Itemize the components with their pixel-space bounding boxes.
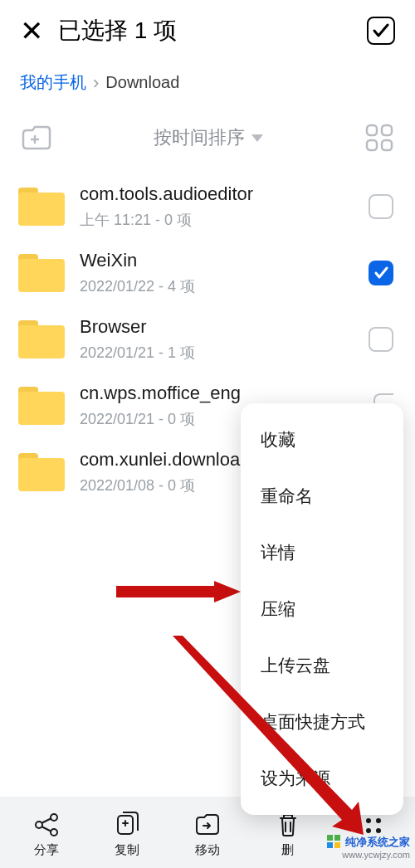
folder-meta: 2022/01/22 - 4 项 (80, 276, 354, 296)
svg-rect-18 (327, 842, 333, 848)
folder-icon (18, 387, 65, 425)
folder-name: Browser (80, 316, 354, 338)
svg-point-8 (51, 829, 57, 836)
folder-name: cn.wps.moffice_eng (80, 383, 359, 404)
copy-button[interactable]: 复制 (87, 811, 168, 858)
breadcrumb: 我的手机 › Download (0, 61, 415, 109)
list-item[interactable]: Browser2022/01/21 - 1 项 (13, 306, 398, 373)
folder-name: com.tools.audioeditor (80, 183, 354, 205)
item-checkbox[interactable] (369, 327, 393, 352)
svg-rect-0 (367, 125, 377, 135)
list-item-text: WeiXin2022/01/22 - 4 项 (80, 250, 354, 296)
list-item-text: com.tools.audioeditor上午 11:21 - 0 项 (80, 183, 354, 230)
svg-point-12 (376, 818, 381, 823)
windows-icon (327, 835, 340, 848)
sort-label: 按时间排序 (154, 125, 245, 150)
checkmark-icon (371, 21, 391, 41)
delete-label: 删 (281, 842, 294, 858)
context-menu-item[interactable]: 重命名 (241, 468, 403, 524)
folder-icon (18, 188, 65, 226)
view-toggle-button[interactable] (364, 122, 395, 154)
folder-plus-icon (20, 124, 53, 152)
list-item[interactable]: com.tools.audioeditor上午 11:21 - 0 项 (13, 173, 398, 240)
svg-marker-5 (173, 636, 364, 835)
svg-point-15 (376, 828, 381, 833)
move-label: 移动 (195, 842, 220, 858)
svg-point-11 (366, 818, 371, 823)
context-menu-item[interactable]: 收藏 (241, 412, 403, 468)
svg-rect-19 (334, 842, 340, 848)
breadcrumb-root[interactable]: 我的手机 (20, 71, 86, 94)
annotation-arrow (116, 581, 241, 602)
svg-marker-4 (116, 581, 241, 602)
grid-icon (364, 122, 395, 154)
svg-rect-17 (334, 835, 340, 841)
new-folder-button[interactable] (20, 124, 53, 152)
share-label: 分享 (34, 842, 59, 858)
annotation-arrow (173, 636, 364, 835)
list-item[interactable]: WeiXin2022/01/22 - 4 项 (13, 240, 398, 306)
folder-name: WeiXin (80, 250, 354, 271)
svg-point-7 (51, 814, 57, 821)
select-all-button[interactable] (367, 17, 395, 45)
context-menu-item[interactable]: 详情 (241, 524, 403, 581)
folder-meta: 上午 11:21 - 0 项 (80, 210, 354, 230)
folder-icon (18, 320, 65, 358)
chevron-down-icon (251, 134, 263, 142)
share-icon (32, 811, 61, 839)
breadcrumb-current: Download (105, 73, 179, 92)
svg-point-14 (366, 828, 371, 833)
share-button[interactable]: 分享 (7, 811, 87, 858)
folder-meta: 2022/01/21 - 1 项 (80, 343, 354, 363)
selection-header: ✕ 已选择 1 项 (0, 0, 415, 61)
folder-icon (18, 254, 65, 292)
svg-rect-16 (327, 835, 333, 841)
svg-rect-2 (367, 140, 377, 150)
chevron-right-icon: › (93, 72, 99, 94)
copy-label: 复制 (115, 842, 139, 858)
item-checkbox[interactable] (369, 194, 393, 219)
watermark: 纯净系统之家 www.ycwjzy.com (327, 835, 410, 860)
list-toolbar: 按时间排序 (0, 109, 415, 173)
context-menu-item[interactable]: 压缩 (241, 581, 403, 637)
folder-icon (18, 453, 65, 491)
item-checkbox[interactable] (369, 261, 393, 285)
svg-rect-3 (382, 140, 392, 150)
selection-count: 已选择 1 项 (58, 15, 352, 46)
list-item-text: Browser2022/01/21 - 1 项 (80, 316, 354, 363)
svg-rect-1 (382, 125, 392, 135)
copy-icon (113, 811, 141, 839)
close-icon[interactable]: ✕ (20, 17, 43, 45)
sort-dropdown[interactable]: 按时间排序 (53, 125, 364, 150)
